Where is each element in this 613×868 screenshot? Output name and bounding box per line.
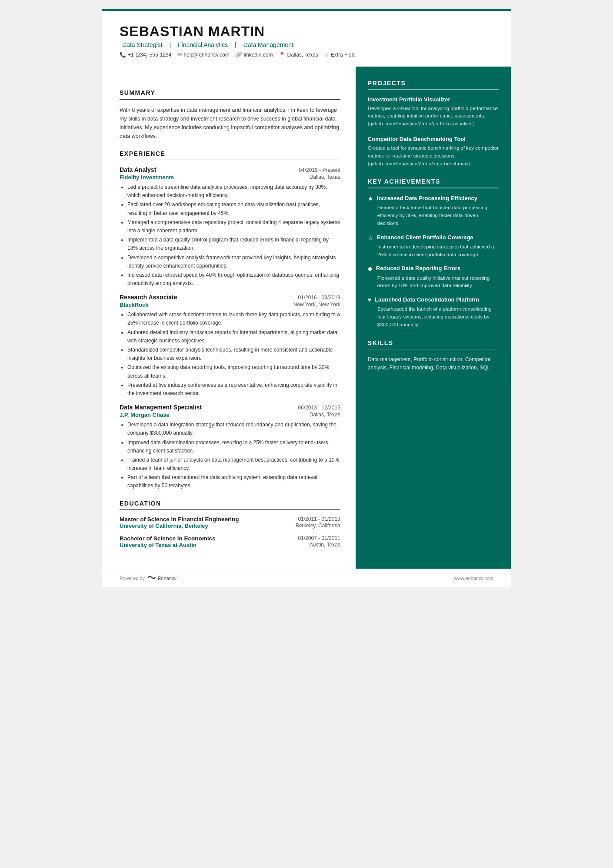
edu-header-0: Master of Science in Financial Engineeri… xyxy=(120,516,340,523)
linkedin-icon: 🔗 xyxy=(236,52,242,58)
logo-icon xyxy=(147,574,156,582)
edu-date-1: 01/2007 - 01/2011 xyxy=(298,535,340,542)
job-company-1: BlackRock xyxy=(120,302,148,308)
right-column: PROJECTS Investment Portfolio Visualizer… xyxy=(356,67,511,569)
achievement-desc-3: Spearheaded the launch of a platform con… xyxy=(368,305,499,328)
brand-name: Enhancv xyxy=(158,576,177,581)
job-bullets-1: Collaborated with cross-functional teams… xyxy=(120,311,340,398)
achievement-item-2: ◆ Reduced Data Reporting Errors Pioneere… xyxy=(368,265,499,290)
skills-text: Data management, Portfolio construction,… xyxy=(368,355,499,372)
achievement-header-3: ♥ Launched Data Consolidation Platform xyxy=(368,296,499,304)
edu-school-row-0: University of California, Berkeley Berke… xyxy=(120,523,340,529)
achievement-header-0: ★ Increased Data Processing Efficiency xyxy=(368,194,499,202)
header-section: SEBASTIAN MARTIN Data Strategist | Finan… xyxy=(102,11,511,67)
edu-location-0: Berkeley, California xyxy=(296,523,340,529)
achievement-header-2: ◆ Reduced Data Reporting Errors xyxy=(368,265,499,272)
project-title-1: Competitor Data Benchmarking Tool xyxy=(368,136,499,142)
bullet-2-2: Trained a team of junior analysts on dat… xyxy=(127,456,340,473)
bullet-1-4: Presented at five industry conferences a… xyxy=(127,381,340,398)
job-company-row-1: BlackRock New York, New York xyxy=(120,302,340,308)
tagline-separator-2: | xyxy=(235,41,238,48)
education-section-title: EDUCATION xyxy=(120,500,340,507)
skills-section-title: SKILLS xyxy=(368,339,499,346)
edu-school-row-1: University of Texas at Austin Austin, Te… xyxy=(120,542,340,548)
footer-website: www.enhancv.com xyxy=(454,576,493,581)
bullet-0-1: Facilitated over 20 workshops educating … xyxy=(127,201,340,217)
job-location-1: New York, New York xyxy=(293,302,340,308)
bullet-0-5: Increased data retrieval speed by 40% th… xyxy=(127,271,340,288)
achievement-icon-2: ◆ xyxy=(368,265,373,272)
candidate-name: SEBASTIAN MARTIN xyxy=(120,23,496,40)
achievement-icon-3: ♥ xyxy=(368,296,371,303)
bullet-1-1: Authored detailed industry landscape rep… xyxy=(127,328,340,345)
email-icon: ✉ xyxy=(177,52,182,58)
achievement-title-0: Increased Data Processing Efficiency xyxy=(377,194,477,202)
achievement-desc-0: Helmed a task force that boosted data pr… xyxy=(368,204,499,227)
contact-email: ✉ help@enhancv.com xyxy=(177,52,229,58)
job-header-1: Research Associate 01/2016 - 03/2019 xyxy=(120,294,340,301)
content-wrapper: SUMMARY With 8 years of expertise in dat… xyxy=(102,67,511,569)
contact-extra: ☆ Extra Field xyxy=(324,52,356,58)
achievement-icon-1: ☆ xyxy=(368,234,373,241)
tagline-part-2: Financial Analytics xyxy=(178,41,228,48)
achievement-item-0: ★ Increased Data Processing Efficiency H… xyxy=(368,194,499,228)
achievement-desc-1: Instrumental in developing strategies th… xyxy=(368,243,499,259)
powered-by-label: Powered by xyxy=(120,576,145,581)
achievements-divider xyxy=(368,188,499,188)
bullet-1-0: Collaborated with cross-functional teams… xyxy=(127,311,340,327)
tagline-part-1: Data Strategist xyxy=(122,41,163,48)
bullet-0-0: Led a project to streamline data analyti… xyxy=(127,183,340,200)
footer: Powered by Enhancv www.enhancv.com xyxy=(102,569,511,587)
contact-row: 📞 +1-(234)-555-1234 ✉ help@enhancv.com 🔗… xyxy=(120,52,496,58)
resume-page: SEBASTIAN MARTIN Data Strategist | Finan… xyxy=(102,9,511,587)
job-company-row-2: J.P. Morgan Chase Dallas, Texas xyxy=(120,412,340,418)
job-date-0: 04/2019 - Present xyxy=(299,167,340,173)
candidate-tagline: Data Strategist | Financial Analytics | … xyxy=(120,41,496,48)
achievement-desc-2: Pioneered a data quality initiative that… xyxy=(368,275,499,290)
job-title-0: Data Analyst xyxy=(120,166,156,173)
job-company-2: J.P. Morgan Chase xyxy=(120,412,170,418)
job-item-2: Data Management Specialist 06/2013 - 12/… xyxy=(120,404,340,490)
job-bullets-2: Developed a data integration strategy th… xyxy=(120,421,340,490)
edu-header-1: Bachelor of Science in Economics 01/2007… xyxy=(120,535,340,542)
footer-left: Powered by Enhancv xyxy=(120,574,177,582)
summary-section-title: SUMMARY xyxy=(120,89,340,96)
achievement-title-2: Reduced Data Reporting Errors xyxy=(376,265,460,272)
achievements-section-title: KEY ACHIEVEMENTS xyxy=(368,178,499,185)
job-location-0: Dallas, Texas xyxy=(310,174,340,181)
bullet-0-3: Implemented a data quality control progr… xyxy=(127,236,340,252)
bullet-1-2: Standardized competitor analysis techniq… xyxy=(127,346,340,362)
experience-divider xyxy=(120,160,340,161)
star-icon: ☆ xyxy=(324,52,329,58)
contact-linkedin[interactable]: 🔗 linkedin.com xyxy=(236,52,273,58)
projects-section-title: PROJECTS xyxy=(368,80,499,87)
edu-item-0: Master of Science in Financial Engineeri… xyxy=(120,516,340,529)
contact-location: 📍 Dallas, Texas xyxy=(279,52,318,58)
job-company-0: Fidelity Investments xyxy=(120,174,174,181)
bullet-0-4: Developed a competitive analysis framewo… xyxy=(127,254,340,270)
edu-degree-0: Master of Science in Financial Engineeri… xyxy=(120,516,239,523)
achievement-item-3: ♥ Launched Data Consolidation Platform S… xyxy=(368,296,499,329)
job-title-2: Data Management Specialist xyxy=(120,404,202,411)
edu-location-1: Austin, Texas xyxy=(310,542,340,548)
summary-divider xyxy=(120,99,340,100)
enhancv-logo: Enhancv xyxy=(147,574,177,582)
achievement-item-1: ☆ Enhanced Client Portfolio Coverage Ins… xyxy=(368,234,499,259)
job-date-2: 06/2013 - 12/2015 xyxy=(298,405,340,411)
edu-item-1: Bachelor of Science in Economics 01/2007… xyxy=(120,535,340,548)
contact-phone: 📞 +1-(234)-555-1234 xyxy=(120,52,171,58)
job-company-row-0: Fidelity Investments Dallas, Texas xyxy=(120,174,340,181)
summary-text: With 8 years of expertise in data manage… xyxy=(120,106,340,141)
edu-degree-1: Bachelor of Science in Economics xyxy=(120,535,216,542)
edu-school-0: University of California, Berkeley xyxy=(120,523,208,529)
achievement-header-1: ☆ Enhanced Client Portfolio Coverage xyxy=(368,234,499,241)
bullet-1-3: Optimized the existing data reporting to… xyxy=(127,363,340,380)
left-column: SUMMARY With 8 years of expertise in dat… xyxy=(102,67,356,569)
job-item-0: Data Analyst 04/2019 - Present Fidelity … xyxy=(120,166,340,288)
project-desc-0: Developed a visual tool for analyzing po… xyxy=(368,105,499,128)
job-header-2: Data Management Specialist 06/2013 - 12/… xyxy=(120,404,340,411)
bullet-2-1: Improved data dissemination processes, r… xyxy=(127,439,340,455)
edu-date-0: 01/2011 - 01/2013 xyxy=(298,516,340,523)
location-icon: 📍 xyxy=(279,52,285,58)
project-title-0: Investment Portfolio Visualizer xyxy=(368,96,499,103)
